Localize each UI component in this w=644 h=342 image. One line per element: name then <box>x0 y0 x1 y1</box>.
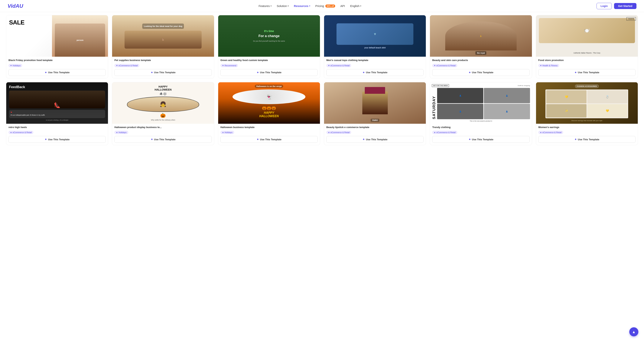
logo[interactable]: VidAU <box>8 3 23 9</box>
star-icon: ★ <box>540 131 542 133</box>
tag-label: Recommend <box>224 64 236 67</box>
use-template-label: Use This Template <box>366 71 388 74</box>
use-template-button[interactable]: ✦ Use This Template <box>538 136 636 143</box>
card-body: retro high heels ★ eCommerce & Retail ✦ … <box>6 124 108 145</box>
use-template-label: Use This Template <box>260 71 282 74</box>
get-started-button[interactable]: Get Started <box>614 3 636 9</box>
nav-language[interactable]: English ▾ <box>350 4 361 7</box>
card-title: Women's earrings <box>538 126 636 129</box>
use-template-label: Use This Template <box>366 138 388 141</box>
card-title: Men's casual tops clothing template <box>326 58 424 62</box>
card-thumbnail: 👕 your default beach shirt <box>324 15 426 57</box>
login-button[interactable]: Login <box>596 3 612 9</box>
template-card: SALE person Black Friday promotion food … <box>6 15 108 78</box>
nav-resources[interactable]: Resources ▾ <box>294 4 310 7</box>
template-card: SET FOR THE WEEK Outfit for shopping SAT… <box>430 82 532 145</box>
use-template-button[interactable]: ✦ Use This Template <box>114 136 212 143</box>
card-body: Women's earrings ★ eCommerce & Retail ✦ … <box>536 124 638 145</box>
template-grid-row2: FeedBack 👠 ❤ It's an indispensable pair … <box>6 82 638 145</box>
card-tag: ★ eCommerce & Retail <box>114 64 139 67</box>
card-title: Pet supplies business template <box>114 58 212 62</box>
star-icon: ★ <box>116 131 118 133</box>
use-template-label: Use This Template <box>48 71 70 74</box>
card-body: Beauty and skin care products ★ eCommerc… <box>430 57 532 78</box>
use-template-label: Use This Template <box>154 138 176 141</box>
card-thumbnail: reserve 🍽️ Authentic Italian Flavors - T… <box>536 15 638 57</box>
sparkle-icon: ✦ <box>362 138 365 141</box>
card-title: Halloween business template <box>220 126 318 129</box>
card-tag: ★ eCommerce & Retail <box>326 131 351 134</box>
sparkle-icon: ✦ <box>574 138 577 141</box>
card-thumbnail: HAPPYHALLOWEEN 🕷️🕸️ 👧 🎃 Why settle for t… <box>112 82 214 124</box>
use-template-button[interactable]: ✦ Use This Template <box>220 69 318 76</box>
card-tag: ★ Health & Fitness <box>538 64 560 67</box>
card-title: retro high heels <box>8 126 106 129</box>
use-template-button[interactable]: ✦ Use This Template <box>326 136 424 143</box>
sparkle-icon: ✦ <box>151 71 153 74</box>
card-thumbnail: SALE person <box>6 15 108 57</box>
card-tag: ★ eCommerce & Retail <box>432 131 457 134</box>
use-template-button[interactable]: ✦ Use This Template <box>8 136 106 143</box>
use-template-button[interactable]: ✦ Use This Template <box>432 136 530 143</box>
card-body: Trendy clothing ★ eCommerce & Retail ✦ U… <box>430 124 532 145</box>
sparkle-icon: ✦ <box>468 138 471 141</box>
use-template-button[interactable]: ✦ Use This Template <box>8 69 106 76</box>
star-icon: ★ <box>116 64 118 66</box>
star-icon: ★ <box>434 64 436 66</box>
tag-label: Health & Fitness <box>542 64 558 67</box>
star-icon: ★ <box>10 64 12 66</box>
use-template-button[interactable]: ✦ Use This Template <box>538 69 636 76</box>
sparkle-icon: ✦ <box>468 71 471 74</box>
sparkle-icon: ✦ <box>151 138 153 141</box>
nav-links: Features ▾ Solution ▾ Resources ▾ Pricin… <box>258 4 361 7</box>
card-body: Halloween product display business te...… <box>112 124 214 145</box>
nav-actions: Login Get Started <box>596 3 636 9</box>
nav-solution[interactable]: Solution ▾ <box>277 4 289 7</box>
sparkle-icon: ✦ <box>256 71 259 74</box>
use-template-label: Use This Template <box>154 71 176 74</box>
card-tag: ★ eCommerce & Retail <box>8 131 33 134</box>
card-thumbnail: Looking for the ideal meal for your dog … <box>112 15 214 57</box>
card-tag: ★ Holidays <box>114 131 128 134</box>
template-card: 👕 your default beach shirt Men's casual … <box>324 15 426 78</box>
tag-label: eCommerce & Retail <box>436 64 456 67</box>
template-card: HAPPYHALLOWEEN 🕷️🕸️ 👧 🎃 Why settle for t… <box>112 82 214 145</box>
use-template-button[interactable]: ✦ Use This Template <box>326 69 424 76</box>
template-card: Halloween is on the verge 👻 🎃🎃🎃 HAPPYHAL… <box>218 82 320 145</box>
use-template-label: Use This Template <box>472 138 494 141</box>
star-icon: ★ <box>328 131 330 133</box>
sparkle-icon: ✦ <box>256 138 259 141</box>
nav-features[interactable]: Features ▾ <box>258 4 271 7</box>
use-template-button[interactable]: ✦ Use This Template <box>220 136 318 143</box>
card-tag: ★ eCommerce & Retail <box>538 131 563 134</box>
star-icon: ★ <box>222 64 224 66</box>
chevron-icon: ▾ <box>360 5 361 7</box>
nav-pricing[interactable]: Pricing 50% off <box>316 4 335 7</box>
card-thumbnail: the royal ✋ <box>430 15 532 57</box>
card-body: Food store promotion ★ Health & Fitness … <box>536 57 638 78</box>
card-tag: ★ eCommerce & Retail <box>326 64 351 67</box>
card-title: Black Friday promotion food template <box>8 58 106 62</box>
use-template-label: Use This Template <box>578 71 599 74</box>
use-template-button[interactable]: ✦ Use This Template <box>114 69 212 76</box>
tag-label: eCommerce & Retail <box>330 64 350 67</box>
tag-label: Holidays <box>224 131 232 133</box>
discount-badge: 50% off <box>326 4 335 7</box>
card-thumbnail: FeedBack 👠 ❤ It's an indispensable pair … <box>6 82 108 124</box>
card-tag: ★ Holidays <box>220 131 234 134</box>
card-body: Men's casual tops clothing template ★ eC… <box>324 57 426 78</box>
nav-api[interactable]: API <box>340 4 345 7</box>
use-template-label: Use This Template <box>48 138 70 141</box>
use-template-button[interactable]: ✦ Use This Template <box>432 69 530 76</box>
card-body: Pet supplies business template ★ eCommer… <box>112 57 214 78</box>
use-template-label: Use This Template <box>578 138 599 141</box>
star-icon: ★ <box>434 131 436 133</box>
star-icon: ★ <box>540 64 542 66</box>
sparkle-icon: ✦ <box>45 71 47 74</box>
star-icon: ★ <box>10 131 12 133</box>
chevron-icon: ▾ <box>288 5 289 7</box>
card-thumbnail: SET FOR THE WEEK Outfit for shopping SAT… <box>430 82 532 124</box>
card-body: Black Friday promotion food template ★ H… <box>6 57 108 78</box>
tag-label: Holidays <box>118 131 126 133</box>
card-body: Beauty lipstick e commerce template ★ eC… <box>324 124 426 145</box>
